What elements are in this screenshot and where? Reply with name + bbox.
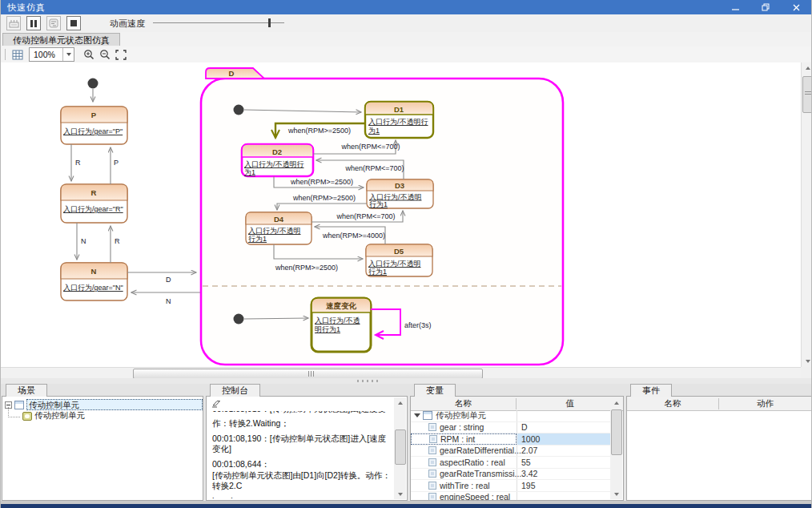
column-name[interactable]: 名称 — [411, 398, 517, 409]
transition-r-to-n[interactable]: N — [77, 223, 86, 260]
console-toolbar — [207, 397, 407, 410]
console-log[interactable]: 00:01:08,019：[传动控制单元状态图]由[速度变化]向[速度变化]转换… — [212, 411, 392, 498]
variable-row[interactable]: withTire : real 195 — [411, 480, 610, 492]
svg-text:D4: D4 — [274, 215, 284, 224]
variable-row[interactable]: gear : string D — [411, 422, 610, 434]
log-line-clipped: 00:01:08,019：[传动控制单元状态图]由[速度变化]向[速度变化]转换… — [212, 411, 392, 414]
column-name[interactable]: 名称 — [627, 398, 719, 409]
tab-events[interactable]: 事件 — [630, 384, 672, 397]
state-speed-change-active[interactable]: 速度变化 入口行为/不透 明行为1 — [312, 298, 371, 352]
variable-row[interactable]: aspectRatio : real 55 — [411, 457, 610, 469]
transition-p-to-r[interactable]: R — [71, 144, 81, 181]
slider-track — [153, 22, 284, 23]
variables-scrollbar[interactable] — [610, 397, 622, 499]
window-title: 快速仿真 — [1, 2, 46, 14]
state-d1[interactable]: D1 入口行为/不透明行 为1 — [365, 102, 433, 138]
scroll-down-button[interactable] — [394, 489, 406, 499]
scene-root-row[interactable]: 传动控制单元 — [2, 399, 203, 410]
state-d5[interactable]: D5 入口行为/不透明 行为1 — [366, 244, 432, 276]
grid-toggle-button[interactable] — [10, 47, 26, 62]
state-r[interactable]: R 入口行为/gear="R" — [61, 184, 127, 223]
svg-text:入口行为/不透: 入口行为/不透 — [315, 316, 360, 325]
svg-text:D3: D3 — [395, 181, 404, 190]
transition-r-to-p[interactable]: P — [111, 147, 119, 184]
svg-text:when(RPM>=2500): when(RPM>=2500) — [290, 178, 353, 186]
scroll-down-button[interactable] — [610, 489, 622, 499]
scene-panel: 场景 传动控制单元 传动控制单元 — [2, 384, 203, 501]
scene-child-row[interactable]: 传动控制单元 — [2, 410, 203, 421]
fit-view-button[interactable] — [113, 47, 129, 62]
svg-text:P: P — [114, 159, 119, 167]
transition-d-to-n[interactable]: N — [131, 292, 200, 305]
scroll-up-button[interactable] — [802, 62, 812, 74]
svg-text:when(RPM>=2500): when(RPM>=2500) — [287, 127, 351, 135]
grid-icon — [12, 50, 23, 60]
variable-icon — [429, 435, 437, 443]
initial-state-top[interactable] — [88, 79, 98, 103]
scroll-up-button[interactable] — [610, 397, 622, 408]
svg-text:when(RPM<=700): when(RPM<=700) — [344, 164, 404, 172]
stop-button[interactable] — [66, 16, 81, 30]
svg-text:入口行为/不透明行: 入口行为/不透明行 — [368, 118, 428, 126]
column-action[interactable]: 动作 — [719, 398, 811, 409]
expanded-triangle-icon[interactable] — [414, 413, 420, 417]
state-p[interactable]: P 入口行为/gear="P" — [61, 107, 127, 144]
svg-text:when(RPM>=2500): when(RPM>=2500) — [292, 194, 356, 202]
vscroll-thumb[interactable] — [802, 76, 812, 113]
canvas-vertical-scrollbar[interactable] — [801, 62, 812, 367]
tab-variables[interactable]: 变量 — [414, 384, 456, 397]
variable-row[interactable]: gearRateDifferential... 2.07 — [411, 446, 610, 458]
slider-handle[interactable] — [268, 18, 271, 27]
svg-text:行为1: 行为1 — [248, 235, 267, 243]
zoom-level-select[interactable]: 100% — [29, 47, 74, 62]
restore-button[interactable] — [750, 0, 781, 14]
log-line: [传动控制单元状态图]由[D1]向[D2]转换。动作：转换2.C — [212, 470, 392, 491]
zoom-in-button[interactable] — [81, 47, 97, 62]
run-animation-button[interactable] — [6, 16, 21, 30]
state-n[interactable]: N 入口行为/gear="N" — [61, 263, 127, 300]
minimize-button[interactable] — [720, 0, 750, 14]
events-panel: 事件 名称 动作 — [626, 384, 812, 501]
transition-n-to-r[interactable]: R — [111, 226, 120, 263]
bottom-panels: 场景 传动控制单元 传动控制单元 控制台 — [1, 384, 811, 501]
variable-row[interactable]: gearRateTransmissi... 3.42 — [411, 469, 610, 481]
scene-root-label[interactable]: 传动控制单元 — [26, 399, 203, 410]
variable-row-selected[interactable]: RPM : int 1000 — [411, 433, 610, 446]
tab-state-diagram-simulation[interactable]: 传动控制单元状态图仿真 — [2, 33, 120, 46]
log-line: 作：转换2.Waiting； — [212, 418, 392, 429]
clear-console-icon[interactable] — [211, 398, 221, 409]
variable-icon — [428, 423, 436, 431]
svg-text:N: N — [166, 297, 171, 305]
column-value[interactable]: 值 — [517, 398, 623, 409]
transition-n-to-d[interactable]: D — [127, 272, 196, 284]
tab-console[interactable]: 控制台 — [210, 384, 260, 397]
svg-text:明行为1: 明行为1 — [315, 325, 340, 333]
svg-text:入口行为/不透明行: 入口行为/不透明行 — [244, 160, 304, 168]
variable-icon — [428, 470, 436, 478]
state-diagram: P 入口行为/gear="P" R 入口行为/gear="R" N 入口行为/g… — [1, 62, 800, 367]
scroll-up-button[interactable] — [394, 397, 406, 408]
console-scrollbar[interactable] — [394, 397, 406, 499]
close-button[interactable] — [781, 0, 811, 14]
state-d3[interactable]: D3 入口行为/不透明 行为1 — [367, 179, 433, 208]
fit-view-icon — [115, 50, 127, 60]
console-scroll-thumb[interactable] — [395, 429, 406, 465]
scroll-down-button[interactable] — [802, 356, 812, 367]
diagram-canvas[interactable]: P 入口行为/gear="P" R 入口行为/gear="R" N 入口行为/g… — [1, 62, 812, 378]
state-d4[interactable]: D4 入口行为/不透明 行为1 — [246, 212, 312, 244]
console-panel: 控制台 00:01:08,019：[传动控制单元状态图]由[速度变化]向[速度变… — [206, 384, 408, 501]
svg-text:R: R — [115, 237, 120, 245]
svg-text:入口行为/gear="P": 入口行为/gear="P" — [63, 127, 123, 135]
zoom-dropdown-arrow[interactable] — [62, 48, 74, 61]
variables-scroll-thumb[interactable] — [611, 409, 622, 455]
variable-root-row[interactable]: 传动控制单元 — [411, 410, 610, 422]
zoom-out-button[interactable] — [97, 47, 113, 62]
state-d2[interactable]: D2 入口行为/不透明行 为1 — [242, 144, 313, 176]
canvas-horizontal-scrollbar[interactable] — [1, 367, 801, 378]
tree-connector — [8, 407, 20, 417]
horizontal-splitter[interactable] — [1, 378, 811, 384]
step-button[interactable] — [46, 16, 61, 30]
pause-button[interactable] — [26, 16, 41, 30]
tab-scene[interactable]: 场景 — [6, 384, 47, 397]
animation-speed-slider[interactable] — [153, 18, 284, 29]
